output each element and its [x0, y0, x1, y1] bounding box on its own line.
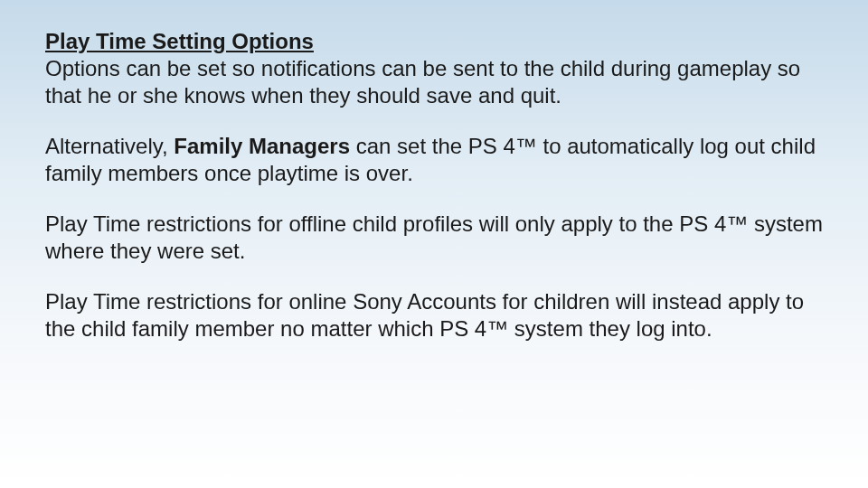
paragraph-1: Options can be set so notifications can …: [45, 55, 823, 109]
paragraph-3: Play Time restrictions for offline child…: [45, 211, 823, 265]
paragraph-4: Play Time restrictions for online Sony A…: [45, 288, 823, 343]
paragraph-2: Alternatively, Family Managers can set t…: [45, 133, 823, 187]
p2-before: Alternatively,: [45, 134, 174, 158]
slide-content: Play Time Setting Options Options can be…: [45, 27, 823, 343]
section-heading: Play Time Setting Options: [45, 27, 823, 55]
p2-bold: Family Managers: [174, 134, 350, 158]
